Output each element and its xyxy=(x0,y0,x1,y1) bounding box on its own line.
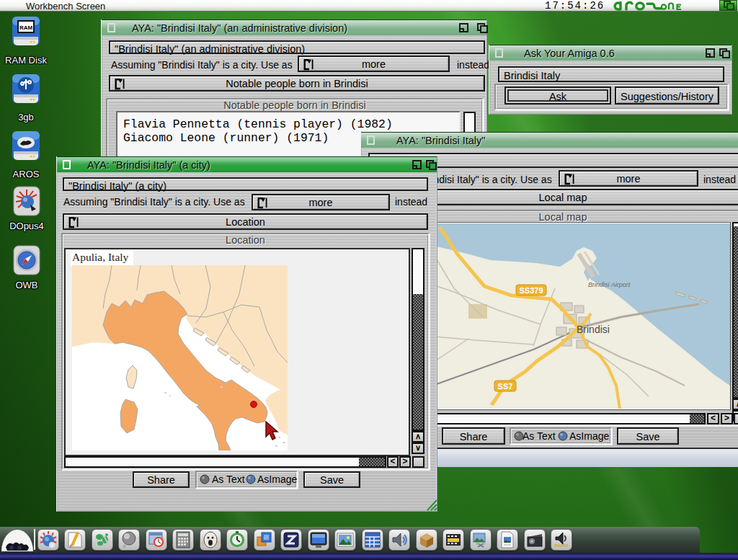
svg-text:Brindisi Airport: Brindisi Airport xyxy=(588,281,631,288)
svg-text:SS7: SS7 xyxy=(498,382,513,391)
svg-text:Brindisi: Brindisi xyxy=(577,324,610,335)
svg-text:SS379: SS379 xyxy=(519,286,543,295)
svg-text:RAM: RAM xyxy=(19,25,33,31)
svg-text:RADIO: RADIO xyxy=(554,543,569,548)
